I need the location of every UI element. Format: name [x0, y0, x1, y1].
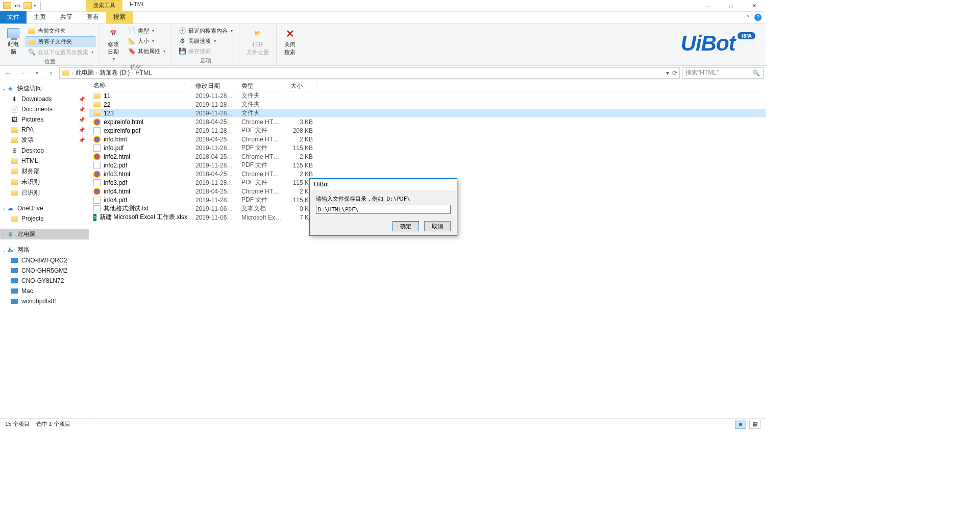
nav-forward-button[interactable]: → — [16, 67, 29, 79]
all-subfolders-button[interactable]: 所有子文件夹 — [26, 36, 95, 46]
current-folder-label: 当前文件夹 — [38, 27, 66, 35]
table-row[interactable]: info.pdf2019-11-28 17:12PDF 文件115 KB — [89, 143, 766, 152]
view-large-icons-button[interactable]: ▦ — [749, 420, 761, 429]
search-again-in-button[interactable]: 🔍在以下位置再次搜索▾ — [26, 47, 95, 57]
open-location-button[interactable]: 📂 打开 文件位置 — [243, 26, 272, 57]
close-button[interactable]: ✕ — [743, 0, 766, 12]
file-date: 2018-04-25 14:49 — [191, 118, 237, 126]
col-header-type[interactable]: 类型 — [237, 80, 286, 91]
table-row[interactable]: 112019-11-28 17:10文件夹 — [89, 91, 766, 100]
save-search-button[interactable]: 💾保存搜索 — [176, 46, 235, 56]
other-props-button[interactable]: 🔖其他属性▾ — [126, 46, 167, 56]
sidebar-network[interactable]: ⌄🖧网络 — [0, 245, 89, 255]
sidebar-item[interactable]: CNO-8WFQRC2 — [0, 255, 89, 266]
recent-searches-button[interactable]: 🕘最近的搜索内容▾ — [176, 26, 235, 35]
sidebar-this-pc[interactable]: ›🖥此电脑 — [0, 229, 89, 239]
col-header-name[interactable]: 名称˄ — [89, 80, 191, 91]
search-placeholder: 搜索"HTML" — [685, 68, 719, 77]
sidebar-onedrive[interactable]: ⌄☁OneDrive — [0, 203, 89, 213]
table-row[interactable]: info3.html2018-04-25 15:03Chrome HTML D.… — [89, 170, 766, 178]
new-folder-icon[interactable] — [23, 2, 32, 10]
sidebar-item[interactable]: Mac — [0, 286, 89, 296]
dialog-path-input[interactable] — [316, 205, 451, 214]
sidebar-item[interactable]: HTML — [0, 156, 89, 166]
maximize-button[interactable]: □ — [720, 0, 743, 12]
sidebar-item-icon: 🖥 — [10, 147, 18, 155]
star-icon: ★ — [6, 85, 14, 93]
sidebar-item[interactable]: Projects — [0, 213, 89, 224]
table-row[interactable]: expireinfo.html2018-04-25 14:49Chrome HT… — [89, 117, 766, 126]
sidebar-item[interactable]: RPA📌 — [0, 125, 89, 135]
ribbon-collapse-icon[interactable]: ^ — [746, 14, 749, 21]
table-row[interactable]: 222019-11-28 17:10文件夹 — [89, 100, 766, 109]
tab-share[interactable]: 共享 — [53, 11, 80, 23]
file-type: 文件夹 — [237, 100, 286, 109]
table-row[interactable]: info2.html2018-04-25 15:03Chrome HTML D.… — [89, 152, 766, 161]
tab-view[interactable]: 查看 — [80, 11, 106, 23]
table-row[interactable]: expireinfo.pdf2019-11-28 17:12PDF 文件208 … — [89, 126, 766, 135]
sidebar-item[interactable]: 📄Documents📌 — [0, 104, 89, 114]
sidebar-item[interactable]: 财务部 — [0, 166, 89, 177]
computer-icon — [10, 277, 18, 285]
sidebar-item[interactable]: CNO-GHR5GM2 — [0, 266, 89, 276]
current-folder-button[interactable]: 当前文件夹 — [26, 26, 95, 35]
col-header-size[interactable]: 大小 — [286, 80, 317, 91]
qat-customize-icon[interactable]: ▾ — [34, 3, 36, 8]
sort-indicator-icon: ˄ — [184, 83, 187, 88]
pin-icon: 📌 — [79, 127, 85, 133]
advanced-options-button[interactable]: ⚙高级选项▾ — [176, 36, 235, 45]
chrome-icon — [93, 188, 101, 195]
address-dropdown-icon[interactable]: ▾ — [666, 69, 669, 77]
file-type: PDF 文件 — [237, 161, 286, 170]
sidebar-item-label: RPA — [21, 126, 34, 133]
sidebar-item[interactable]: 🖥Desktop — [0, 146, 89, 156]
pdf-icon — [93, 144, 101, 152]
dialog-cancel-button[interactable]: 取消 — [424, 221, 451, 231]
tab-search[interactable]: 搜索 — [106, 11, 133, 23]
sidebar-item[interactable]: 发票📌 — [0, 135, 89, 146]
sidebar-item[interactable]: CNO-GY8LN72 — [0, 276, 89, 286]
table-row[interactable]: info2.pdf2019-11-28 17:12PDF 文件115 KB — [89, 161, 766, 170]
file-type: Microsoft Excel ... — [237, 214, 286, 221]
nav-back-button[interactable]: ← — [2, 67, 14, 79]
pin-icon: 📌 — [79, 117, 85, 123]
calendar-icon: 📅 — [107, 27, 119, 39]
minimize-button[interactable]: — — [697, 0, 720, 12]
table-row[interactable]: 1232019-11-28 17:12文件夹 — [89, 109, 766, 117]
properties-icon[interactable]: ▭ — [13, 2, 21, 10]
uibot-brand-text: UiBot — [681, 31, 736, 56]
nav-recent-dropdown[interactable]: ▾ — [31, 67, 43, 79]
help-icon[interactable]: ? — [754, 14, 762, 21]
file-list: 名称˄ 修改日期 类型 大小 112019-11-28 17:10文件夹2220… — [89, 80, 766, 418]
file-name: info.pdf — [104, 144, 124, 152]
sidebar-item-label: wcnobpdfs01 — [21, 298, 58, 305]
refresh-icon[interactable]: ⟳ — [672, 69, 677, 77]
search-icon[interactable]: 🔍 — [752, 69, 760, 77]
col-header-date[interactable]: 修改日期 — [191, 80, 237, 91]
modify-date-button[interactable]: 📅 修改 日期 ▾ — [104, 26, 122, 62]
sidebar-item[interactable]: wcnobpdfs01 — [0, 296, 89, 306]
size-button[interactable]: 📐大小▾ — [126, 36, 167, 45]
file-name: info4.pdf — [104, 197, 127, 204]
file-date: 2018-04-25 15:03 — [191, 188, 237, 195]
sidebar-item[interactable]: 已识别 — [0, 187, 89, 198]
tab-home[interactable]: 主页 — [27, 11, 53, 23]
sidebar-item[interactable]: 🖼Pictures📌 — [0, 114, 89, 125]
view-details-button[interactable]: ≡ — [735, 420, 746, 429]
close-search-button[interactable]: ✕ 关闭 搜索 — [281, 26, 299, 57]
column-headers: 名称˄ 修改日期 类型 大小 — [89, 80, 766, 91]
crumb-this-pc[interactable]: 此电脑 — [76, 68, 94, 77]
kind-button[interactable]: 📄类型▾ — [126, 26, 167, 35]
nav-up-button[interactable]: ↑ — [45, 67, 57, 79]
search-input[interactable]: 搜索"HTML" 🔍 — [682, 67, 764, 79]
this-pc-button[interactable]: 此电 脑 — [4, 26, 22, 57]
file-name: expireinfo.html — [104, 118, 143, 126]
sidebar-quick-access[interactable]: ⌄★快速访问 — [0, 83, 89, 94]
chrome-icon — [93, 153, 101, 160]
table-row[interactable]: info.html2018-04-25 15:03Chrome HTML D..… — [89, 135, 766, 143]
tab-file[interactable]: 文件 — [0, 11, 27, 23]
search-tools-header: 搜索工具 — [86, 0, 122, 12]
sidebar-item[interactable]: 未识别 — [0, 177, 89, 187]
sidebar-item[interactable]: ⬇Downloads📌 — [0, 94, 89, 104]
dialog-ok-button[interactable]: 确定 — [393, 221, 419, 231]
